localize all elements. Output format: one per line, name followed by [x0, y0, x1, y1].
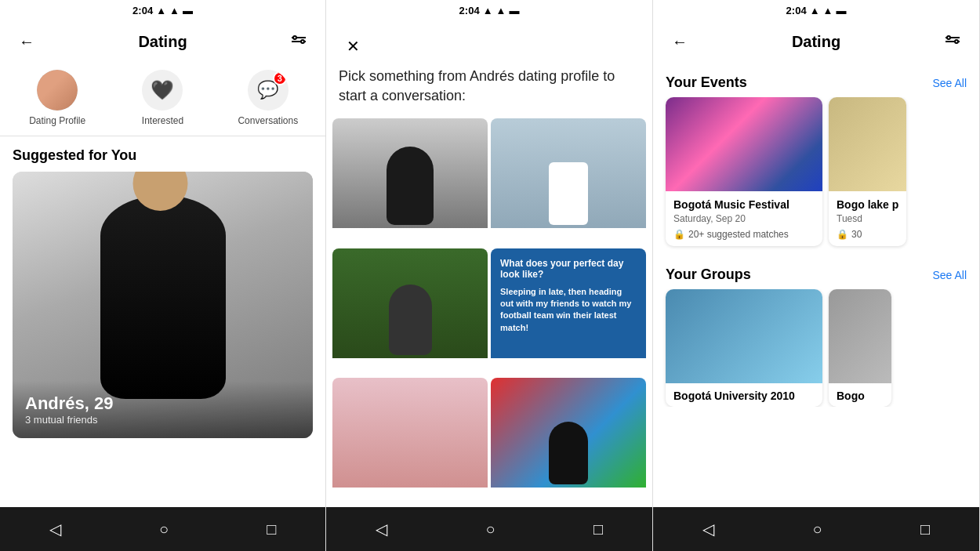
nav-bar-2: ◁ ○ □ [326, 507, 652, 551]
event-date-2: Tuesd [837, 213, 898, 224]
profile-pic-wrapper [37, 70, 78, 111]
close-header: ✕ [326, 21, 652, 67]
card-person-name: Andrés, 29 [25, 393, 300, 414]
battery-icon-2: ▬ [509, 5, 519, 16]
back-button-1[interactable]: ← [13, 27, 41, 56]
lock-icon-2: 🔒 [837, 229, 848, 240]
status-time-1: 2:04 [132, 5, 153, 16]
nav-recent-btn-1[interactable]: □ [254, 516, 289, 543]
back-arrow-icon: ← [19, 33, 34, 51]
person-body [100, 195, 226, 399]
wifi-icon-3: ▲ [823, 5, 833, 16]
nav-home-btn-1[interactable]: ○ [147, 516, 181, 543]
event-card-2[interactable]: Bogo lake p Tuesd 🔒 30 [829, 97, 906, 246]
photo-cell-6[interactable] [491, 378, 646, 504]
photo-bg-4: What does your perfect day look like? Sl… [491, 248, 646, 358]
tab-dating-profile[interactable]: Dating Profile [13, 70, 102, 126]
group-img-1 [666, 289, 822, 383]
top-nav-3: ← Dating [653, 21, 979, 63]
photo-question: What does your perfect day look like? [500, 258, 637, 280]
battery-icon: ▬ [183, 5, 193, 16]
see-all-events[interactable]: See All [932, 77, 967, 89]
tab-conversations[interactable]: 💬 3 Conversations [223, 70, 313, 126]
status-bar-1: 2:04 ▲ ▲ ▬ [0, 0, 325, 21]
nav-bar-3: ◁ ○ □ [653, 507, 979, 551]
signal-icon-3: ▲ [810, 5, 820, 16]
nav-back-btn-1[interactable]: ◁ [37, 515, 74, 543]
groups-section-header: Your Groups See All [653, 256, 979, 289]
event-card-1[interactable]: Bogotá Music Festival Saturday, Sep 20 🔒… [666, 97, 822, 246]
event-date-1: Saturday, Sep 20 [673, 213, 815, 224]
photo-bg-2 [491, 118, 646, 228]
tab-label-conversations: Conversations [238, 115, 298, 126]
nav-back-btn-2[interactable]: ◁ [363, 515, 400, 543]
nav-title-3: Dating [792, 33, 840, 51]
status-time-2: 2:04 [459, 5, 480, 16]
group-name-2: Bogo [829, 383, 891, 407]
photo-cell-3[interactable] [332, 248, 488, 375]
panel-profile-picker: 2:04 ▲ ▲ ▬ ✕ Pick something from Andrés … [326, 0, 653, 551]
signal-icon-2: ▲ [483, 5, 493, 16]
svg-point-6 [947, 36, 950, 39]
event-name-1: Bogotá Music Festival [673, 198, 815, 212]
group-card-2[interactable]: Bogo [829, 289, 891, 407]
nav-title-1: Dating [138, 33, 187, 51]
photo-cell-5[interactable] [332, 378, 488, 504]
event-matches-1: 🔒 20+ suggested matches [673, 229, 815, 240]
profile-avatar [37, 70, 78, 111]
group-name-1: Bogotá University 2010 [666, 383, 822, 407]
groups-title: Your Groups [666, 266, 751, 283]
heart-icon: 🖤 [151, 79, 174, 101]
suggested-section-title: Suggested for You [0, 136, 325, 172]
nav-back-btn-3[interactable]: ◁ [690, 515, 727, 543]
card-info: Andrés, 29 3 mutual friends [13, 381, 313, 438]
back-button-3[interactable]: ← [666, 27, 694, 56]
filter-icon-3 [943, 32, 962, 51]
nav-home-btn-2[interactable]: ○ [473, 516, 507, 543]
status-bar-3: 2:04 ▲ ▲ ▬ [653, 0, 979, 21]
back-arrow-icon-3: ← [672, 33, 688, 51]
person-3 [389, 285, 432, 355]
nav-home-btn-3[interactable]: ○ [800, 516, 834, 543]
nav-bar-1: ◁ ○ □ [0, 507, 325, 551]
close-button[interactable]: ✕ [339, 32, 367, 60]
signal-icon: ▲ [156, 5, 166, 16]
nav-recent-btn-3[interactable]: □ [908, 516, 942, 543]
events-title: Your Events [666, 74, 747, 91]
event-info-2: Bogo lake p Tuesd 🔒 30 [829, 191, 906, 246]
event-matches-2: 🔒 30 [837, 229, 898, 240]
photos-grid: What does your perfect day look like? Sl… [326, 115, 652, 507]
photo-cell-2[interactable] [491, 118, 646, 245]
conversations-badge: 3 [273, 71, 287, 85]
svg-point-7 [955, 40, 958, 43]
svg-point-2 [293, 36, 296, 39]
photo-cell-4[interactable]: What does your perfect day look like? Sl… [491, 248, 646, 375]
event-name-2: Bogo lake p [837, 198, 898, 212]
wifi-icon: ▲ [169, 5, 180, 16]
pick-text: Pick something from Andrés dating profil… [326, 67, 652, 115]
group-img-2 [829, 289, 891, 383]
wifi-icon-2: ▲ [496, 5, 506, 16]
nav-recent-btn-2[interactable]: □ [581, 516, 615, 543]
tab-label-interested: Interested [142, 115, 183, 126]
see-all-groups[interactable]: See All [932, 269, 967, 281]
card-mutual-friends: 3 mutual friends [25, 414, 300, 426]
tabs-row-1: Dating Profile 🖤 Interested 💬 3 Conversa… [0, 63, 325, 136]
filter-button-3[interactable] [938, 27, 967, 56]
person-1 [387, 147, 434, 225]
photo-text-4: What does your perfect day look like? Sl… [491, 248, 646, 375]
svg-point-3 [301, 40, 304, 43]
top-nav-1: ← Dating [0, 21, 325, 63]
battery-icon-3: ▬ [836, 5, 846, 16]
status-bar-2: 2:04 ▲ ▲ ▬ [326, 0, 652, 21]
tab-label-profile: Dating Profile [29, 115, 85, 126]
suggested-card[interactable]: Andrés, 29 3 mutual friends [13, 172, 313, 438]
panel-dating-home: 2:04 ▲ ▲ ▬ ← Dating Dating Profile [0, 0, 326, 551]
photo-cell-1[interactable] [332, 118, 488, 245]
filter-button-1[interactable] [285, 27, 313, 56]
person-2 [549, 162, 588, 225]
event-img-1 [666, 97, 822, 191]
photo-bg-5 [332, 378, 488, 488]
tab-interested[interactable]: 🖤 Interested [118, 70, 207, 126]
group-card-1[interactable]: Bogotá University 2010 [666, 289, 822, 407]
